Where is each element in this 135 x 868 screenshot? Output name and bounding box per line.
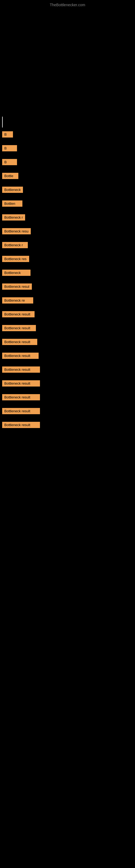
bottleneck-result-badge[interactable]: Bottleneck resu xyxy=(2,228,31,235)
vertical-line xyxy=(2,117,3,127)
bottleneck-result-badge[interactable]: Bottleneck result xyxy=(2,422,40,428)
list-item: Bottleneck result xyxy=(1,321,135,335)
bottleneck-result-badge[interactable]: Bottleneck result xyxy=(2,394,40,400)
bottleneck-result-badge[interactable]: Bottleneck xyxy=(2,187,23,193)
bottleneck-result-badge[interactable]: B xyxy=(2,159,17,165)
bottleneck-result-badge[interactable]: B xyxy=(2,145,17,151)
list-item: Bottleneck r xyxy=(1,238,135,252)
list-item: Bottleneck re xyxy=(1,293,135,307)
bottleneck-result-badge[interactable]: Bottleneck r xyxy=(2,242,28,248)
bottleneck-result-badge[interactable]: Bottleneck result xyxy=(2,311,35,317)
list-item: Bottleneck r xyxy=(1,211,135,224)
list-item: Bottleneck result xyxy=(1,307,135,321)
list-item: B xyxy=(1,141,135,155)
bottleneck-result-badge[interactable]: Bottleneck xyxy=(2,270,31,276)
list-item: Bottleneck result xyxy=(1,376,135,390)
list-item: Bottleneck result xyxy=(1,349,135,363)
list-item: Bottleneck result xyxy=(1,418,135,432)
bottleneck-result-badge[interactable]: Bottlen xyxy=(2,200,22,207)
list-item: B xyxy=(1,127,135,141)
bottleneck-result-badge[interactable]: Bottleneck result xyxy=(2,325,36,331)
list-item: Bottleneck result xyxy=(1,335,135,349)
list-item: Bottleneck res xyxy=(1,252,135,266)
bottleneck-result-badge[interactable]: Bottleneck res xyxy=(2,256,29,262)
bottleneck-result-badge[interactable]: B xyxy=(2,131,13,137)
list-item: Bottleneck xyxy=(1,183,135,197)
site-title: TheBottlenecker.com xyxy=(0,0,135,10)
list-item: Bottlen xyxy=(1,197,135,211)
bottleneck-result-badge[interactable]: Bottleneck result xyxy=(2,367,40,373)
list-item: Bottleneck xyxy=(1,266,135,280)
list-item: Bottleneck result xyxy=(1,363,135,376)
bottleneck-result-badge[interactable]: Bottle xyxy=(2,173,18,179)
list-item: Bottleneck resul xyxy=(1,280,135,293)
list-item: Bottleneck result xyxy=(1,404,135,418)
bottleneck-result-badge[interactable]: Bottleneck result xyxy=(2,339,37,345)
list-item: B xyxy=(1,155,135,169)
list-item: Bottle xyxy=(1,169,135,183)
bottleneck-result-badge[interactable]: Bottleneck result xyxy=(2,408,40,414)
bottleneck-result-badge[interactable]: Bottleneck re xyxy=(2,297,33,304)
list-item: Bottleneck resu xyxy=(1,224,135,238)
list-item: Bottleneck result xyxy=(1,390,135,404)
bottleneck-result-badge[interactable]: Bottleneck result xyxy=(2,352,39,359)
bottleneck-result-badge[interactable]: Bottleneck result xyxy=(2,380,40,386)
bottleneck-result-badge[interactable]: Bottleneck resul xyxy=(2,283,32,290)
bottleneck-result-badge[interactable]: Bottleneck r xyxy=(2,214,25,220)
